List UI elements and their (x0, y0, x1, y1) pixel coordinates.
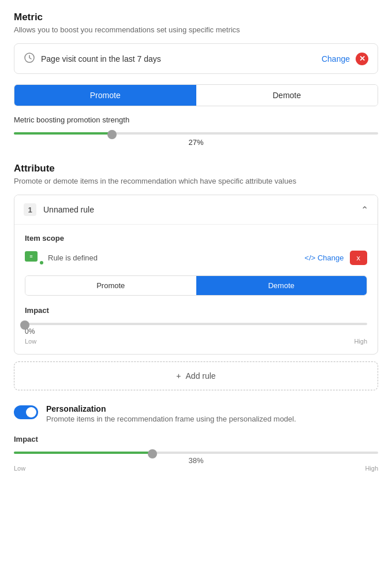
chevron-up-icon[interactable]: ⌃ (361, 204, 368, 215)
metric-desc: Allows you to boost you recommendations … (14, 25, 378, 34)
scope-left: ≡ Rule is defined (25, 251, 98, 265)
impact-value: 0% (25, 327, 367, 335)
scope-row: ≡ Rule is defined </> Change x (25, 251, 367, 265)
attribute-section: Attribute Promote or demote items in the… (14, 163, 378, 390)
personalization-section: Personalization Promote items in the rec… (14, 404, 378, 472)
close-icon: ✕ (359, 54, 365, 63)
personalization-desc: Promote items in the recommendation fram… (46, 415, 296, 423)
metric-title: Metric (14, 12, 378, 23)
plus-icon: + (176, 371, 181, 381)
metric-box-left: Page visit count in the last 7 days (24, 52, 161, 65)
impact-high-label: High (354, 338, 367, 345)
metric-slider[interactable] (14, 132, 378, 135)
item-scope-label: Item scope (25, 234, 367, 243)
personalization-text: Personalization Promote items in the rec… (46, 404, 296, 423)
bottom-impact-value: 38% (14, 456, 378, 465)
attribute-title: Attribute (14, 163, 378, 174)
metric-slider-fill (14, 132, 112, 135)
metric-slider-thumb[interactable] (107, 130, 117, 139)
add-rule-label: Add rule (186, 371, 216, 381)
bottom-impact-section: Impact 38% Low High (14, 435, 378, 472)
bottom-low-label: Low (14, 465, 25, 472)
metric-slider-label: Metric boosting promotion strength (14, 115, 378, 124)
rule-number: 1 (24, 203, 36, 216)
rule-card-wrapper: 1 Unnamed rule ⌃ Item scope ≡ (14, 195, 378, 355)
bottom-slider-thumb[interactable] (148, 449, 157, 458)
metric-box: Page visit count in the last 7 days Chan… (14, 43, 378, 74)
bottom-high-label: High (365, 465, 378, 472)
impact-range-labels: Low High (25, 338, 367, 345)
impact-label: Impact (25, 306, 367, 315)
toggle-thumb (26, 407, 36, 417)
metric-change-link[interactable]: Change (322, 54, 350, 64)
rule-demote-tab[interactable]: Demote (196, 276, 367, 295)
personalization-row: Personalization Promote items in the rec… (14, 404, 378, 423)
metric-slider-value: 27% (14, 138, 378, 147)
rule-body: Item scope ≡ Rule is defined </> Change (14, 224, 378, 354)
metric-name: Page visit count in the last 7 days (41, 54, 161, 64)
inner-tab-group: Promote Demote (25, 275, 367, 296)
change-code-link[interactable]: </> Change (305, 253, 344, 262)
attribute-desc: Promote or demote items in the recommend… (14, 177, 378, 185)
metric-remove-btn[interactable]: ✕ (356, 53, 368, 65)
bottom-slider[interactable] (14, 452, 378, 454)
impact-slider-thumb[interactable] (20, 320, 29, 330)
rule-promote-tab[interactable]: Promote (25, 276, 196, 295)
scope-icon-main: ≡ (25, 251, 38, 262)
delete-icon: x (357, 253, 361, 262)
scope-icon: ≡ (25, 251, 42, 265)
scope-icon-badge (39, 260, 44, 266)
bottom-slider-track (14, 452, 378, 454)
bottom-impact-label: Impact (14, 435, 378, 443)
scope-right: </> Change x (305, 251, 367, 265)
add-rule-btn[interactable]: + Add rule (14, 361, 378, 390)
clock-icon (24, 52, 35, 65)
rule-header: 1 Unnamed rule ⌃ (14, 195, 378, 224)
metric-demote-tab[interactable]: Demote (196, 85, 378, 106)
bottom-range-labels: Low High (14, 465, 378, 472)
metric-section: Metric Allows you to boost you recommend… (14, 12, 378, 147)
metric-slider-track (14, 132, 378, 135)
scope-icon-lines: ≡ (29, 253, 32, 259)
scope-text: Rule is defined (48, 253, 98, 262)
rule-name: Unnamed rule (43, 205, 94, 214)
metric-tab-group: Promote Demote (14, 84, 378, 106)
delete-rule-btn[interactable]: x (350, 251, 368, 265)
personalization-title: Personalization (46, 404, 296, 413)
impact-slider-track (25, 323, 367, 325)
toggle-track (14, 405, 38, 419)
rule-card: 1 Unnamed rule ⌃ Item scope ≡ (14, 195, 378, 355)
rule-header-left: 1 Unnamed rule (24, 203, 94, 216)
personalization-toggle[interactable] (14, 405, 38, 419)
bottom-slider-fill (14, 452, 152, 454)
metric-box-right: Change ✕ (322, 53, 368, 65)
metric-promote-tab[interactable]: Promote (14, 85, 196, 106)
impact-low-label: Low (25, 338, 36, 345)
impact-slider[interactable] (25, 323, 367, 325)
